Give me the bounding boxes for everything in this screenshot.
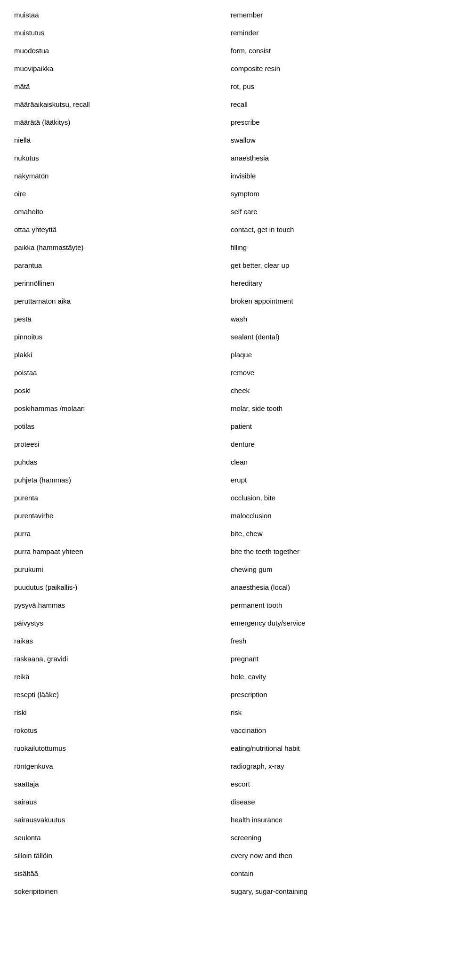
list-item: raskaana, gravidi xyxy=(14,653,217,670)
finnish-word: raskaana, gravidi xyxy=(14,653,68,665)
finnish-word: omahoito xyxy=(14,206,43,217)
list-item: get better, clear up xyxy=(231,260,438,277)
finnish-word: seulonta xyxy=(14,832,41,843)
english-word: molar, side tooth xyxy=(231,403,282,414)
list-item: fresh xyxy=(231,635,438,652)
list-item: näkymätön xyxy=(14,170,217,187)
english-word: swallow xyxy=(231,135,256,146)
finnish-word: resepti (lääke) xyxy=(14,689,59,700)
english-word: broken appointment xyxy=(231,296,293,307)
list-item: contact, get in touch xyxy=(231,224,438,241)
english-word: remove xyxy=(231,367,254,378)
list-item: proteesi xyxy=(14,439,217,456)
finnish-word: poski xyxy=(14,385,31,396)
list-item: recall xyxy=(231,99,438,116)
list-item: poski xyxy=(14,385,217,402)
list-item: wash xyxy=(231,313,438,330)
list-item: permanent tooth xyxy=(231,600,438,617)
list-item: health insurance xyxy=(231,814,438,831)
list-item: purra hampaat yhteen xyxy=(14,546,217,563)
english-word: wash xyxy=(231,313,247,325)
english-word: symptom xyxy=(231,188,259,200)
finnish-word: päivystys xyxy=(14,618,43,629)
list-item: clean xyxy=(231,457,438,474)
finnish-word: sisältää xyxy=(14,868,38,879)
finnish-word: potilas xyxy=(14,421,34,432)
finnish-word: näkymätön xyxy=(14,170,48,182)
list-item: sugary, sugar-containing xyxy=(231,886,438,903)
list-item: ottaa yhteyttä xyxy=(14,224,217,241)
english-word: reminder xyxy=(231,27,258,39)
list-item: prescription xyxy=(231,689,438,706)
list-item: malocclusion xyxy=(231,510,438,527)
list-item: eating/nutritional habit xyxy=(231,743,438,760)
vocabulary-table: muistaamuistutusmuodostuamuovipaikkamätä… xyxy=(14,9,438,904)
finnish-word: röntgenkuva xyxy=(14,761,53,772)
list-item: disease xyxy=(231,796,438,813)
list-item: mätä xyxy=(14,81,217,98)
list-item: anaesthesia xyxy=(231,153,438,169)
finnish-word: perinnöllinen xyxy=(14,278,54,289)
english-word: composite resin xyxy=(231,63,280,74)
english-word: clean xyxy=(231,457,248,468)
list-item: määrätä (lääkitys) xyxy=(14,117,217,134)
list-item: purentavirhe xyxy=(14,510,217,527)
list-item: raikas xyxy=(14,635,217,652)
english-word: disease xyxy=(231,796,255,808)
list-item: pestä xyxy=(14,313,217,330)
list-item: invisible xyxy=(231,170,438,187)
list-item: emergency duty/service xyxy=(231,618,438,635)
finnish-word: proteesi xyxy=(14,439,39,450)
list-item: poistaa xyxy=(14,367,217,384)
list-item: puhjeta (hammas) xyxy=(14,474,217,491)
list-item: poskihammas /molaari xyxy=(14,403,217,420)
list-item: rot, pus xyxy=(231,81,438,98)
english-word: health insurance xyxy=(231,814,282,826)
list-item: bite, chew xyxy=(231,528,438,545)
list-item: escort xyxy=(231,779,438,795)
list-item: symptom xyxy=(231,188,438,205)
finnish-word: raikas xyxy=(14,635,33,647)
list-item: riski xyxy=(14,707,217,724)
finnish-word: sokeripitoinen xyxy=(14,886,58,897)
finnish-word: plakki xyxy=(14,349,32,361)
finnish-word: muistaa xyxy=(14,9,39,21)
list-item: peruttamaton aika xyxy=(14,296,217,313)
list-item: hereditary xyxy=(231,278,438,295)
english-word: every now and then xyxy=(231,850,292,861)
finnish-word: parantua xyxy=(14,260,42,271)
finnish-word: saattaja xyxy=(14,779,39,790)
english-word: eating/nutritional habit xyxy=(231,743,300,754)
list-item: potilas xyxy=(14,421,217,438)
english-word: malocclusion xyxy=(231,510,272,522)
finnish-word: sairausvakuutus xyxy=(14,814,65,826)
list-item: plaque xyxy=(231,349,438,366)
finnish-word: paikka (hammastäyte) xyxy=(14,242,84,253)
finnish-word: puhjeta (hammas) xyxy=(14,474,71,486)
list-item: occlusion, bite xyxy=(231,492,438,509)
list-item: sealant (dental) xyxy=(231,331,438,348)
list-item: sokeripitoinen xyxy=(14,886,217,903)
list-item: purra xyxy=(14,528,217,545)
list-item: silloin tällöin xyxy=(14,850,217,867)
list-item: resepti (lääke) xyxy=(14,689,217,706)
english-word: radiograph, x-ray xyxy=(231,761,284,772)
english-word: denture xyxy=(231,439,255,450)
english-word: erupt xyxy=(231,474,247,486)
list-item: reminder xyxy=(231,27,438,44)
list-item: chewing gum xyxy=(231,564,438,581)
finnish-word: purentavirhe xyxy=(14,510,53,522)
list-item: saattaja xyxy=(14,779,217,795)
list-item: risk xyxy=(231,707,438,724)
english-word: filling xyxy=(231,242,247,253)
english-word: bite, chew xyxy=(231,528,263,539)
list-item: puhdas xyxy=(14,457,217,474)
list-item: contain xyxy=(231,868,438,885)
list-item: anaesthesia (local) xyxy=(231,582,438,599)
list-item: vaccination xyxy=(231,725,438,742)
list-item: composite resin xyxy=(231,63,438,80)
finnish-word: riski xyxy=(14,707,27,718)
list-item: bite the teeth together xyxy=(231,546,438,563)
list-item: purukumi xyxy=(14,564,217,581)
list-item: puudutus (paikallis-) xyxy=(14,582,217,599)
